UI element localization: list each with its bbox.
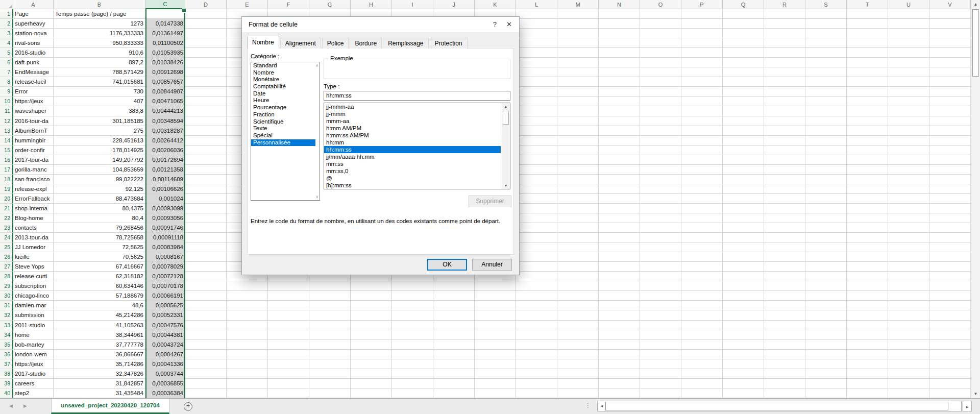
cell-Q14[interactable] (723, 136, 764, 145)
cell-S28[interactable] (805, 272, 847, 281)
cell-G34[interactable] (309, 330, 351, 340)
cell-Q2[interactable] (723, 19, 764, 29)
cell-A6[interactable]: daft-punk (13, 58, 54, 67)
cell-V22[interactable] (929, 213, 971, 223)
row-header-33[interactable]: 33 (0, 321, 13, 330)
cell-T17[interactable] (847, 165, 888, 175)
cell-O6[interactable] (640, 58, 681, 67)
cell-C9[interactable]: 0,00844907 (145, 87, 185, 96)
cell-S21[interactable] (805, 204, 847, 213)
cell-J34[interactable] (433, 330, 475, 340)
cell-T14[interactable] (847, 136, 888, 145)
type-option[interactable]: mmm-aa (324, 117, 501, 125)
cell-N40[interactable] (599, 388, 640, 398)
cell-D16[interactable] (185, 155, 227, 165)
cell-D28[interactable] (185, 272, 227, 281)
cell-J33[interactable] (433, 321, 475, 330)
row-header-8[interactable]: 8 (0, 77, 13, 87)
type-list-scrollbar[interactable]: ▲ ▼ (502, 103, 510, 189)
cell-M22[interactable] (557, 213, 599, 223)
cell-M16[interactable] (557, 155, 599, 165)
row-header-4[interactable]: 4 (0, 38, 13, 48)
cell-S11[interactable] (805, 106, 847, 116)
cell-S39[interactable] (805, 379, 847, 388)
cell-R2[interactable] (764, 19, 805, 29)
cell-T40[interactable] (847, 388, 888, 398)
cell-N35[interactable] (599, 340, 640, 350)
cell-Q4[interactable] (723, 38, 764, 48)
cell-A9[interactable]: Error (13, 87, 54, 96)
cell-Q26[interactable] (723, 252, 764, 262)
cell-L7[interactable] (516, 67, 557, 77)
cell-V20[interactable] (929, 194, 971, 204)
cell-Q19[interactable] (723, 184, 764, 194)
cell-B39[interactable]: 31,842857 (54, 379, 145, 388)
cell-S15[interactable] (805, 145, 847, 155)
cell-C13[interactable]: 0,00318287 (145, 126, 185, 136)
cell-A24[interactable]: 2013-tour-da (13, 233, 54, 242)
cell-L18[interactable] (516, 175, 557, 184)
cell-Q9[interactable] (723, 87, 764, 96)
cell-R16[interactable] (764, 155, 805, 165)
cell-O40[interactable] (640, 388, 681, 398)
category-item-pourcentage[interactable]: Pourcentage (251, 104, 315, 111)
cell-C27[interactable]: 0,00078029 (145, 262, 185, 272)
type-option[interactable]: hh:mm (324, 139, 501, 146)
cell-F32[interactable] (268, 310, 309, 320)
cell-V38[interactable] (929, 369, 971, 379)
cell-N27[interactable] (599, 262, 640, 272)
cell-V34[interactable] (929, 330, 971, 340)
cell-M9[interactable] (557, 87, 599, 96)
column-header-E[interactable]: E (227, 0, 268, 9)
cell-S18[interactable] (805, 175, 847, 184)
column-header-Q[interactable]: Q (723, 0, 764, 9)
category-item-nombre[interactable]: Nombre (251, 69, 315, 77)
cell-C11[interactable]: 0,00444213 (145, 106, 185, 116)
cell-D1[interactable] (185, 9, 227, 19)
cell-U1[interactable] (888, 9, 929, 19)
cell-Q32[interactable] (723, 310, 764, 320)
row-header-20[interactable]: 20 (0, 194, 13, 204)
cell-L36[interactable] (516, 350, 557, 359)
cell-B11[interactable]: 383,8 (54, 106, 145, 116)
dialog-tab-bordure[interactable]: Bordure (350, 38, 382, 48)
cell-M20[interactable] (557, 194, 599, 204)
cell-Q17[interactable] (723, 165, 764, 175)
cell-U6[interactable] (888, 58, 929, 67)
column-header-T[interactable]: T (847, 0, 888, 9)
cell-K37[interactable] (475, 359, 516, 369)
column-header-V[interactable]: V (929, 0, 971, 9)
cell-P15[interactable] (681, 145, 723, 155)
cell-N18[interactable] (599, 175, 640, 184)
cell-S30[interactable] (805, 291, 847, 301)
cell-B24[interactable]: 78,725658 (54, 233, 145, 242)
cell-S16[interactable] (805, 155, 847, 165)
cell-U40[interactable] (888, 388, 929, 398)
cell-N6[interactable] (599, 58, 640, 67)
cell-M27[interactable] (557, 262, 599, 272)
cell-L13[interactable] (516, 126, 557, 136)
cell-G35[interactable] (309, 340, 351, 350)
cell-C20[interactable]: 0,001024 (145, 194, 185, 204)
cell-T8[interactable] (847, 77, 888, 87)
cell-L12[interactable] (516, 116, 557, 126)
cell-I36[interactable] (392, 350, 433, 359)
cell-B38[interactable]: 32,347826 (54, 369, 145, 379)
cell-K39[interactable] (475, 379, 516, 388)
cell-G29[interactable] (309, 281, 351, 291)
cell-M23[interactable] (557, 223, 599, 233)
cell-L27[interactable] (516, 262, 557, 272)
cell-B10[interactable]: 407 (54, 96, 145, 106)
cell-H31[interactable] (351, 301, 392, 310)
cell-M6[interactable] (557, 58, 599, 67)
cell-S26[interactable] (805, 252, 847, 262)
row-header-37[interactable]: 37 (0, 359, 13, 369)
cell-S23[interactable] (805, 223, 847, 233)
cell-L5[interactable] (516, 48, 557, 58)
cell-S27[interactable] (805, 262, 847, 272)
cell-T1[interactable] (847, 9, 888, 19)
cell-N13[interactable] (599, 126, 640, 136)
cell-P6[interactable] (681, 58, 723, 67)
type-option[interactable]: jj/mm/aaaa hh:mm (324, 153, 501, 160)
cell-V21[interactable] (929, 204, 971, 213)
